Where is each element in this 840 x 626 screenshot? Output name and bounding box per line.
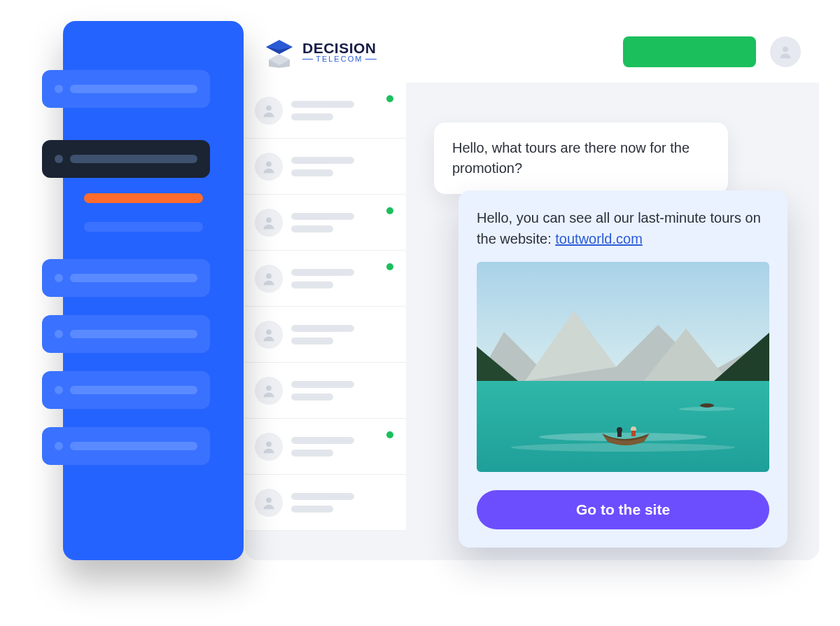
brand-name-top: DECISION <box>302 41 377 55</box>
svg-point-6 <box>266 161 272 167</box>
nav-drawer-item[interactable] <box>42 259 210 297</box>
contact-row[interactable] <box>245 83 406 139</box>
chat-attachment-image[interactable] <box>477 262 769 472</box>
contact-row[interactable] <box>245 195 406 251</box>
nav-item-label-placeholder <box>70 442 197 450</box>
contact-preview <box>291 157 393 176</box>
nav-item-label-placeholder <box>70 386 197 394</box>
svg-point-11 <box>266 441 272 447</box>
contact-avatar <box>255 153 283 181</box>
contact-avatar <box>255 489 283 517</box>
app-topbar: DECISION TELECOM <box>245 21 819 83</box>
svg-point-12 <box>266 497 272 503</box>
chat-message-incoming: Hello, what tours are there now for the … <box>434 123 728 194</box>
contact-preview <box>291 213 393 232</box>
contact-row[interactable] <box>245 475 406 531</box>
nav-item-dot-icon <box>55 386 63 394</box>
nav-item-label-placeholder <box>70 85 197 93</box>
contact-preview <box>291 437 393 457</box>
svg-rect-25 <box>617 431 622 437</box>
nav-drawer-item[interactable] <box>42 427 210 465</box>
brand-name: DECISION TELECOM <box>302 41 377 63</box>
nav-item-dot-icon <box>55 442 63 450</box>
nav-item-label-placeholder <box>70 155 197 163</box>
svg-point-10 <box>266 385 272 391</box>
nav-item-dot-icon <box>55 85 63 93</box>
person-icon <box>261 159 276 174</box>
svg-rect-27 <box>631 431 636 436</box>
nav-drawer-item[interactable] <box>42 371 210 409</box>
nav-drawer-item[interactable] <box>42 315 210 353</box>
contact-avatar <box>255 209 283 237</box>
contact-preview <box>291 101 393 120</box>
person-icon <box>261 383 276 398</box>
nav-drawer-item[interactable] <box>42 140 210 178</box>
brand-logo[interactable]: DECISION TELECOM <box>263 36 377 68</box>
contact-avatar <box>255 97 283 125</box>
person-icon <box>261 215 276 230</box>
svg-rect-19 <box>477 381 769 472</box>
nav-item-label-placeholder <box>70 330 197 338</box>
online-indicator-icon <box>386 207 393 214</box>
contact-avatar <box>255 265 283 293</box>
person-icon <box>261 327 276 342</box>
svg-point-5 <box>266 105 272 111</box>
svg-point-7 <box>266 217 272 223</box>
primary-cta-button[interactable] <box>623 36 756 67</box>
nav-item-label-placeholder <box>70 274 197 282</box>
contact-preview <box>291 493 393 513</box>
contact-preview <box>291 381 393 401</box>
person-icon <box>261 103 276 118</box>
online-indicator-icon <box>386 95 393 102</box>
svg-point-9 <box>266 329 272 335</box>
nav-drawer-subitem[interactable] <box>84 222 203 232</box>
nav-item-dot-icon <box>55 155 63 163</box>
contact-row[interactable] <box>245 363 406 419</box>
nav-item-dot-icon <box>55 330 63 338</box>
chat-message-outgoing: Hello, you can see all our last-minute t… <box>458 190 788 548</box>
contact-avatar <box>255 433 283 461</box>
brand-name-bottom: TELECOM <box>316 55 363 63</box>
contact-avatar <box>255 377 283 405</box>
contact-list <box>245 83 406 560</box>
contact-avatar <box>255 321 283 349</box>
contact-row[interactable] <box>245 139 406 195</box>
contact-row[interactable] <box>245 419 406 475</box>
person-icon <box>778 44 793 60</box>
svg-point-23 <box>700 403 714 408</box>
logo-mark-icon <box>263 36 295 68</box>
nav-drawer <box>63 21 244 560</box>
contact-row[interactable] <box>245 251 406 307</box>
person-icon <box>261 271 276 286</box>
person-icon <box>261 495 276 510</box>
person-icon <box>261 439 276 454</box>
nav-drawer-subitem[interactable] <box>84 193 203 203</box>
online-indicator-icon <box>386 263 393 270</box>
online-indicator-icon <box>386 431 393 438</box>
chat-message-text: Hello, what tours are there now for the … <box>452 140 690 176</box>
nav-item-dot-icon <box>55 274 63 282</box>
svg-point-4 <box>783 46 788 52</box>
contact-preview <box>291 269 393 288</box>
profile-button[interactable] <box>770 36 801 67</box>
svg-point-8 <box>266 273 272 279</box>
go-to-site-button[interactable]: Go to the site <box>477 490 769 529</box>
chat-link[interactable]: toutworld.com <box>555 231 643 246</box>
contact-preview <box>291 325 393 345</box>
contact-row[interactable] <box>245 307 406 363</box>
nav-drawer-item[interactable] <box>42 70 210 108</box>
